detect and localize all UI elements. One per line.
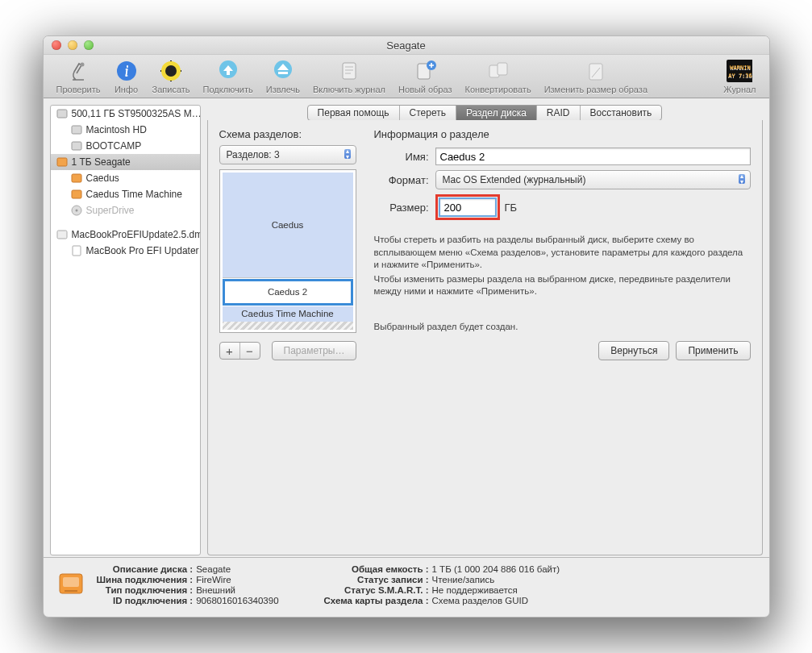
new-image-icon	[412, 58, 438, 84]
pending-text: Выбранный раздел будет создан.	[374, 321, 751, 334]
sidebar-item-label: SuperDrive	[86, 205, 135, 216]
sidebar-item[interactable]: SuperDrive	[51, 202, 200, 218]
partition-panel: Схема разделов: Разделов: 3 ▴▾ Caedus Ca…	[207, 120, 763, 555]
disk-icon	[70, 244, 83, 257]
footer-left: Описание дискаSeagate Шина подключенияFi…	[97, 564, 279, 605]
format-value: Mac OS Extended (журнальный)	[443, 174, 586, 185]
free-space-hatch	[223, 322, 353, 330]
toolbar-verify[interactable]: Проверить	[50, 58, 107, 98]
tab-3[interactable]: RAID	[537, 106, 581, 120]
sidebar-item-label: Macintosh HD	[86, 124, 147, 135]
sidebar-item[interactable]: Caedus	[51, 170, 200, 186]
log-icon: WARNINAY 7:36	[727, 58, 752, 84]
scheme-popup-label: Разделов: 3	[227, 149, 280, 160]
svg-rect-21	[72, 190, 81, 198]
tab-4[interactable]: Восстановить	[581, 106, 662, 120]
toolbar-label: Изменить размер образа	[544, 85, 648, 94]
svg-rect-18	[72, 142, 81, 150]
footer: Описание дискаSeagate Шина подключенияFi…	[44, 557, 769, 617]
microscope-icon	[65, 58, 91, 84]
sidebar-item-label: 500,11 ГБ ST9500325AS M…	[72, 108, 200, 119]
toolbar-resize-image[interactable]: Изменить размер образа	[538, 58, 654, 98]
add-remove-seg: + −	[219, 342, 260, 360]
tabbar: Первая помощьСтеретьРаздел дискаRAIDВосс…	[207, 105, 763, 121]
sidebar-item	[51, 218, 200, 227]
format-label: Формат:	[374, 174, 429, 186]
toolbar-enable-journal[interactable]: Включить журнал	[306, 58, 392, 98]
toolbar-eject[interactable]: Извлечь	[260, 58, 306, 98]
sidebar-item[interactable]: Macintosh HD	[51, 122, 200, 138]
sidebar-item-label: MacBook Pro EFI Updater	[86, 245, 199, 256]
sidebar-item[interactable]: MacBookProEFIUpdate2.5.dm	[51, 227, 200, 243]
scheme-heading: Схема разделов:	[219, 128, 356, 140]
toolbar-label: Инфо	[115, 85, 138, 94]
footer-right: Общая емкость1 ТБ (1 000 204 886 016 бай…	[324, 564, 560, 605]
chevron-updown-icon: ▴▾	[345, 148, 350, 160]
svg-rect-25	[73, 246, 81, 256]
partition-name-input[interactable]	[435, 148, 751, 165]
disk-icon	[56, 107, 69, 120]
toolbar-new-image[interactable]: Новый образ	[392, 58, 459, 98]
svg-point-4	[165, 65, 177, 77]
sidebar-item-label: 1 ТБ Seagate	[72, 156, 131, 168]
toolbar-info[interactable]: i Инфо	[107, 58, 146, 98]
disk-sidebar[interactable]: 500,11 ГБ ST9500325AS M…Macintosh HDBOOT…	[50, 105, 201, 555]
scheme-popup[interactable]: Разделов: 3 ▴▾	[219, 145, 356, 164]
help-text-1: Чтобы стереть и разбить на разделы выбра…	[374, 234, 751, 272]
apply-button[interactable]: Применить	[676, 341, 750, 360]
partition-block-selected[interactable]: Caedus 2	[223, 279, 353, 305]
tab-1[interactable]: Стереть	[400, 106, 456, 120]
svg-rect-12	[589, 64, 602, 80]
format-popup[interactable]: Mac OS Extended (журнальный) ▴▾	[435, 170, 751, 189]
toolbar-burn[interactable]: Записать	[146, 58, 197, 98]
partition-size-input[interactable]	[439, 198, 497, 217]
info-heading: Информация о разделе	[374, 128, 751, 140]
svg-rect-24	[57, 231, 67, 239]
mount-icon	[215, 58, 241, 84]
svg-rect-16	[57, 110, 67, 118]
toolbar-label: Подключить	[203, 85, 253, 94]
toolbar-mount[interactable]: Подключить	[197, 58, 260, 98]
help-text-2: Чтобы изменить размеры раздела на выбран…	[374, 273, 751, 298]
toolbar-label: Новый образ	[398, 85, 452, 94]
svg-point-23	[75, 210, 77, 212]
sidebar-item[interactable]: MacBook Pro EFI Updater	[51, 243, 200, 259]
toolbar-label: Извлечь	[266, 85, 300, 94]
partition-block[interactable]: Caedus	[223, 173, 353, 278]
disk-icon	[70, 172, 83, 185]
sidebar-item[interactable]: 500,11 ГБ ST9500325AS M…	[51, 106, 200, 122]
body: 500,11 ГБ ST9500325AS M…Macintosh HDBOOT…	[44, 98, 769, 617]
disk-icon	[70, 188, 83, 201]
svg-rect-11	[498, 63, 507, 75]
tab-0[interactable]: Первая помощь	[308, 106, 400, 120]
titlebar[interactable]: Seagate	[44, 36, 769, 55]
toolbar-log[interactable]: WARNINAY 7:36 Журнал	[717, 58, 762, 98]
chevron-updown-icon: ▴▾	[739, 173, 744, 185]
remove-partition-button[interactable]: −	[240, 343, 260, 359]
sidebar-item-label: Caedus Time Machine	[86, 189, 182, 200]
options-button[interactable]: Параметры…	[272, 341, 357, 360]
size-highlight	[435, 194, 500, 220]
external-disk-icon	[55, 568, 87, 600]
info-icon: i	[114, 58, 139, 84]
revert-button[interactable]: Вернуться	[598, 341, 669, 360]
partition-map[interactable]: Caedus Caedus 2 Caedus Time Machine	[219, 169, 356, 333]
burn-icon	[158, 58, 184, 84]
svg-point-0	[81, 63, 85, 67]
toolbar-label: Конвертировать	[465, 85, 531, 94]
toolbar-convert[interactable]: Конвертировать	[459, 58, 538, 98]
sidebar-item[interactable]: Caedus Time Machine	[51, 186, 200, 202]
size-label: Размер:	[374, 202, 429, 214]
sidebar-item[interactable]: BOOTCAMP	[51, 138, 200, 154]
partition-block[interactable]: Caedus Time Machine	[223, 306, 353, 322]
tab-2[interactable]: Раздел диска	[456, 106, 537, 120]
toolbar-label: Журнал	[723, 85, 756, 94]
disk-icon	[70, 204, 83, 217]
disk-icon	[56, 156, 69, 168]
content-area: Первая помощьСтеретьРаздел дискаRAIDВосс…	[207, 105, 763, 555]
disk-utility-window: Seagate Проверить i Инфо Записать Подклю…	[43, 35, 770, 618]
toolbar-label: Записать	[152, 85, 190, 94]
window-title: Seagate	[44, 40, 769, 52]
sidebar-item[interactable]: 1 ТБ Seagate	[51, 154, 200, 170]
add-partition-button[interactable]: +	[220, 343, 240, 359]
